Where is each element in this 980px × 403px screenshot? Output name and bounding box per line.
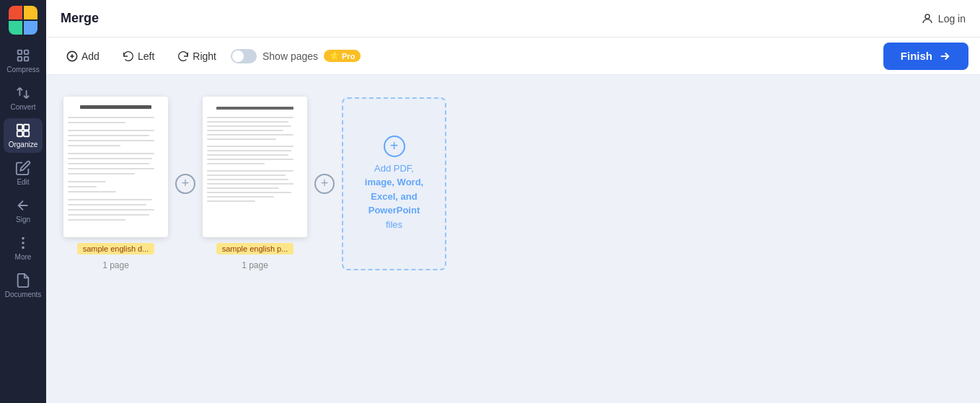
plus-icon <box>66 50 78 62</box>
convert-icon <box>15 85 31 101</box>
rotate-left-icon <box>123 50 134 62</box>
svg-rect-7 <box>24 131 29 136</box>
svg-rect-4 <box>17 125 22 130</box>
edit-icon <box>15 160 31 176</box>
sidebar-documents-label: Documents <box>5 291 42 298</box>
documents-row: sample english d... 1 page + <box>63 97 446 270</box>
documents-icon <box>15 273 31 288</box>
sidebar-organize-label: Organize <box>9 141 38 149</box>
document-item-2: sample english p... 1 page <box>203 97 307 270</box>
sidebar-item-organize[interactable]: Organize <box>4 118 43 153</box>
add-label: Add <box>81 50 100 62</box>
add-between-1-2[interactable]: + <box>168 113 203 254</box>
sidebar: Compress Convert Organize Edit Sign <box>0 0 46 403</box>
user-icon <box>921 12 934 25</box>
doc2-thumbnail[interactable] <box>203 97 307 237</box>
svg-point-9 <box>22 242 24 244</box>
drop-zone[interactable]: + Add PDF, image, Word, Excel, and Power… <box>342 97 446 270</box>
sidebar-item-sign[interactable]: Sign <box>4 193 43 228</box>
organize-icon <box>15 123 31 138</box>
sidebar-item-documents[interactable]: Documents <box>4 268 43 303</box>
right-button[interactable]: Right <box>169 46 225 66</box>
arrow-right-icon <box>938 50 951 63</box>
doc2-pages: 1 page <box>242 260 268 270</box>
left-button[interactable]: Left <box>114 46 163 66</box>
show-pages-toggle[interactable] <box>231 49 257 63</box>
login-button[interactable]: Log in <box>921 12 966 25</box>
sidebar-sign-label: Sign <box>16 216 30 223</box>
doc1-thumbnail[interactable] <box>63 97 168 237</box>
svg-point-8 <box>22 238 24 239</box>
svg-rect-2 <box>18 57 22 61</box>
add-between-2-drop[interactable]: + <box>307 113 342 254</box>
pro-badge: ⭐ Pro <box>324 50 361 62</box>
drop-zone-text: Add PDF, image, Word, Excel, and PowerPo… <box>365 161 423 232</box>
header-actions: Log in <box>921 12 966 25</box>
svg-rect-0 <box>18 50 22 55</box>
sidebar-convert-label: Convert <box>10 103 35 111</box>
plus-circle-2: + <box>314 174 335 194</box>
right-label: Right <box>193 50 216 62</box>
sign-icon <box>15 198 31 213</box>
add-button[interactable]: Add <box>58 46 108 66</box>
more-icon <box>15 235 31 251</box>
compress-icon <box>15 48 31 63</box>
top-header: Merge Log in <box>46 0 980 37</box>
document-item-1: sample english d... 1 page <box>63 97 168 270</box>
doc1-pages: 1 page <box>102 260 129 270</box>
login-label: Log in <box>938 13 966 25</box>
svg-rect-5 <box>24 125 29 130</box>
page-title: Merge <box>61 11 912 26</box>
sidebar-item-edit[interactable]: Edit <box>4 156 43 190</box>
app-logo <box>9 6 37 35</box>
doc2-label: sample english p... <box>216 243 294 254</box>
svg-rect-1 <box>25 50 29 55</box>
toolbar: Add Left Right Show pages ⭐ Pro F <box>46 37 980 75</box>
sidebar-item-compress[interactable]: Compress <box>4 43 43 78</box>
finish-button[interactable]: Finish <box>883 43 968 70</box>
doc1-label: sample english d... <box>77 243 155 254</box>
sidebar-item-convert[interactable]: Convert <box>4 81 43 115</box>
show-pages-toggle-wrapper: Show pages ⭐ Pro <box>231 49 361 63</box>
plus-circle-1: + <box>175 174 195 194</box>
sidebar-item-more[interactable]: More <box>4 231 43 265</box>
finish-label: Finish <box>901 50 932 62</box>
rotate-right-icon <box>177 50 189 62</box>
svg-point-10 <box>22 247 24 249</box>
left-label: Left <box>138 50 154 62</box>
sidebar-edit-label: Edit <box>17 178 29 186</box>
svg-rect-3 <box>25 57 29 61</box>
svg-rect-6 <box>17 131 22 136</box>
content-area: sample english d... 1 page + <box>46 75 980 403</box>
svg-point-11 <box>925 14 930 19</box>
sidebar-more-label: More <box>15 253 32 261</box>
drop-zone-plus-icon: + <box>384 136 405 157</box>
sidebar-compress-label: Compress <box>6 66 40 74</box>
show-pages-label: Show pages <box>262 50 318 62</box>
main-area: Merge Log in Add <box>46 0 980 403</box>
